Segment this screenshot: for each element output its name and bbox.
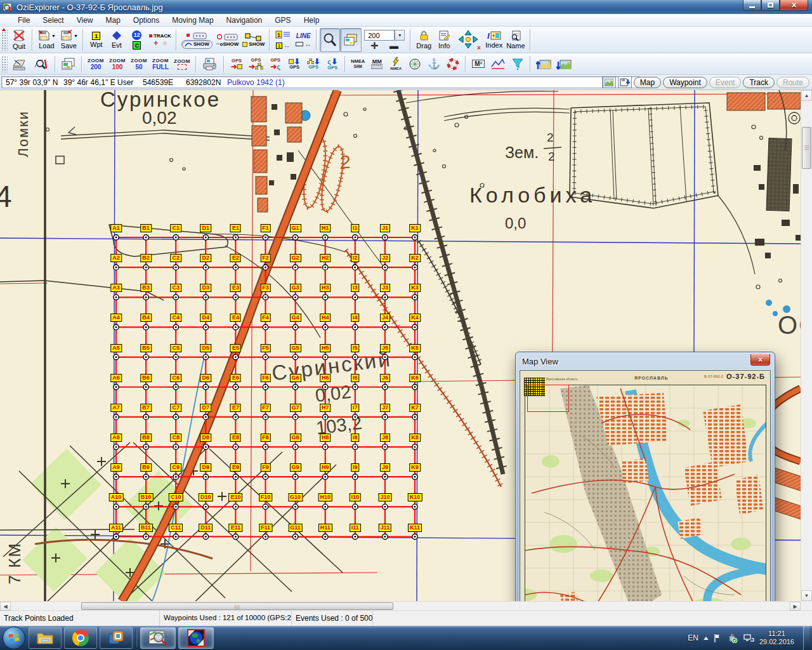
gps-send-waypoints-button[interactable]: ⬇GPS <box>285 55 304 74</box>
close-button[interactable]: × <box>780 0 808 11</box>
show-events-button[interactable]: °°oSHOW <box>214 27 241 53</box>
track-control-button[interactable]: TRACK +○ <box>147 27 173 53</box>
gps-get-routes-button[interactable]: GPS➜ <box>246 55 266 74</box>
index-button[interactable]: I Index <box>483 27 504 53</box>
scroll-up-icon[interactable]: ▲ <box>801 90 812 101</box>
quick-save-button[interactable] <box>618 76 632 88</box>
track-plus-icon[interactable]: + <box>154 41 158 46</box>
toolbar-grip[interactable] <box>1 29 8 51</box>
zoom-full-button[interactable]: ZOOMFULL <box>150 55 171 74</box>
taskbar-vmware-button[interactable] <box>100 627 133 649</box>
taskbar-oziexplorer-button[interactable] <box>140 627 176 649</box>
gps-get-waypoints-button[interactable]: GPS➜ <box>227 55 246 74</box>
save-button[interactable]: ▼ Save <box>58 27 80 53</box>
save-image-button[interactable] <box>554 55 574 74</box>
language-indicator[interactable]: EN <box>688 633 698 642</box>
waypoint-list-button[interactable]: 1 1↔ <box>273 27 293 53</box>
line-tool-button[interactable]: LINE ↔ <box>293 27 313 53</box>
track-point-icon[interactable]: ○ <box>163 41 166 46</box>
quit-button[interactable]: Quit <box>9 27 29 53</box>
show-waypoints-button[interactable]: SHOW <box>240 27 266 53</box>
taskbar-explorer-button[interactable] <box>29 627 62 649</box>
scroll-left-icon[interactable]: ◀ <box>0 602 11 611</box>
view-extent-rect[interactable] <box>527 385 569 412</box>
waypoint-list-toggle[interactable]: Waypoint <box>663 77 707 88</box>
mob-button[interactable] <box>443 55 462 74</box>
action-center-flag-icon[interactable] <box>714 633 723 643</box>
zoom-value[interactable]: 200 <box>364 30 395 41</box>
menu-help[interactable]: Help <box>298 15 326 26</box>
map-view-titlebar[interactable]: Map View <box>516 352 775 370</box>
save-dropdown-icon[interactable]: ▼ <box>74 34 78 38</box>
map-windows-button[interactable] <box>340 28 362 52</box>
magnify-mode-button[interactable] <box>320 28 340 52</box>
show-track-button[interactable]: SHOW <box>180 27 214 53</box>
vertical-scroll-thumb[interactable]: ||| <box>802 127 811 169</box>
print-button[interactable] <box>199 55 221 74</box>
map-calibrate-button[interactable] <box>9 55 30 74</box>
tray-expand-icon[interactable] <box>704 637 709 640</box>
map-button[interactable]: Map <box>634 77 661 88</box>
overview-map[interactable] <box>525 385 766 601</box>
load-button[interactable]: ▼ Load <box>36 27 58 53</box>
nmea-simulator-button[interactable]: NMEASIM <box>348 55 367 74</box>
map-view-window[interactable]: Map View × СССР РСФСР Ярославская област… <box>515 352 775 601</box>
toolbar-grip2[interactable] <box>1 56 8 72</box>
map-canvas[interactable]: Суринское 0,02 Зем. 2 2 Колобиха 0,0 Сур… <box>0 90 801 601</box>
menu-gps[interactable]: GPS <box>268 15 297 26</box>
network-icon[interactable] <box>743 633 754 643</box>
menu-navigation[interactable]: Navigation <box>220 15 269 26</box>
name-search-button[interactable]: Name <box>504 27 527 53</box>
pan-control[interactable]: × <box>454 27 483 53</box>
zoom-select[interactable]: 200 ▼ <box>364 30 405 41</box>
usb-device-icon[interactable] <box>728 633 738 643</box>
minimize-button[interactable] <box>743 0 761 11</box>
scroll-right-icon[interactable]: ▶ <box>790 602 801 611</box>
zoom-50-button[interactable]: ZOOM50 <box>128 55 150 74</box>
drag-button[interactable]: Drag <box>414 27 434 53</box>
anchor-alarm-button[interactable]: ⚓ <box>424 55 443 74</box>
zoom-out-button[interactable]: ▬ <box>390 42 398 50</box>
zoom-200-button[interactable]: ZOOM200 <box>85 55 107 74</box>
menu-select[interactable]: Select <box>36 15 70 26</box>
zoom-window-button[interactable]: ZOOM <box>171 55 193 74</box>
gps-get-tracks-button[interactable]: GPS➜ς <box>266 55 285 74</box>
show-desktop-button[interactable] <box>803 626 809 650</box>
clock[interactable]: 11:21 29.02.2016 <box>759 630 794 646</box>
map-comment-button[interactable]: 12 C <box>127 27 147 53</box>
window-titlebar[interactable]: OziExplorer - О-37-92-Б Ярославль.jpg × <box>0 0 812 14</box>
moving-map-scale-button[interactable]: MM <box>367 55 386 74</box>
menu-view[interactable]: View <box>70 15 100 26</box>
start-button[interactable] <box>3 627 25 649</box>
zoom-in-button[interactable]: ✛ <box>370 42 378 50</box>
load-image-button[interactable] <box>534 55 554 74</box>
maximize-button[interactable] <box>761 0 780 11</box>
image-options-button[interactable] <box>58 55 79 74</box>
compass-button[interactable] <box>405 55 424 74</box>
gps-send-tracks-button[interactable]: ς⬇GPS <box>323 55 342 74</box>
filter-button[interactable] <box>508 55 527 74</box>
taskbar-chrome-button[interactable] <box>64 627 97 649</box>
screenshot-button[interactable] <box>602 76 616 88</box>
waypoint-button[interactable]: 1 Wpt <box>86 27 107 53</box>
taskbar-globe-button[interactable] <box>178 627 214 649</box>
info-button[interactable]: Info <box>434 27 454 53</box>
map-find-button[interactable] <box>30 55 52 74</box>
load-dropdown-icon[interactable]: ▼ <box>51 34 56 38</box>
nmea-monitor-button[interactable]: NMEA <box>386 55 405 74</box>
menu-options[interactable]: Options <box>127 15 166 26</box>
profile-chart-button[interactable] <box>488 55 508 74</box>
track-list-toggle[interactable]: Track <box>743 77 775 88</box>
menu-moving-map[interactable]: Moving Map <box>166 15 219 26</box>
zoom-caret-icon[interactable]: ▼ <box>395 30 405 41</box>
scroll-down-icon[interactable]: ▼ <box>801 590 812 601</box>
menu-file[interactable]: File <box>11 15 36 26</box>
event-button[interactable]: Evt <box>107 27 127 53</box>
menu-map[interactable]: Map <box>100 15 127 26</box>
map-view-close-button[interactable]: × <box>750 354 770 366</box>
zoom-100-button[interactable]: ZOOM100 <box>107 55 128 74</box>
gps-send-routes-button[interactable]: ⬇GPS <box>304 55 323 74</box>
horizontal-scroll-thumb[interactable]: ||| <box>81 602 393 610</box>
vertical-scrollbar[interactable]: ▲ ||| ▼ <box>801 90 812 601</box>
horizontal-scrollbar[interactable]: ◀ ||| ▶ <box>0 601 801 611</box>
